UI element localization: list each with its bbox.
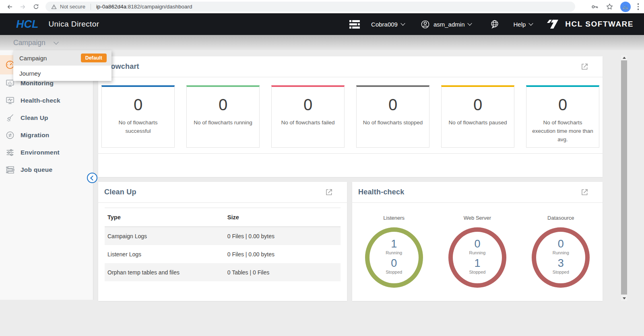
sidebar-item-label: Job queue: [21, 166, 52, 173]
product-toolbar: Campaign: [0, 35, 644, 50]
bookmark-star-icon[interactable]: [606, 3, 613, 10]
healthcheck-panel: Health-check Listeners 1 Running 0 Stopp…: [352, 182, 603, 301]
open-healthcheck-icon[interactable]: [580, 188, 589, 196]
sidebar: Monitoring Health-check Clean Up Migrati…: [0, 50, 93, 300]
running-count: 0: [558, 238, 564, 249]
monitor-pulse-icon: [5, 95, 15, 106]
cleanup-panel: Clean Up Type Size Campaign Logs 0 Files…: [98, 182, 347, 301]
sidebar-item-label: Health-check: [21, 97, 60, 104]
stopped-count: 3: [558, 258, 564, 269]
sidebar-item-job-queue[interactable]: Job queue: [0, 161, 93, 178]
hcl-software-text: HCL SOFTWARE: [565, 20, 634, 29]
column-size: Size: [227, 214, 341, 221]
language-globe-icon[interactable]: [490, 19, 500, 29]
flowchart-panel: Flowchart 0 No of flowcharts successful …: [98, 56, 603, 177]
cleanup-panel-title: Clean Up: [104, 188, 136, 196]
scroll-down-icon[interactable]: [621, 296, 627, 301]
sidebar-item-label: Environment: [21, 149, 60, 156]
password-key-icon[interactable]: [591, 3, 599, 11]
apps-switcher-icon[interactable]: [349, 20, 360, 29]
sidebar-item-clean-up[interactable]: Clean Up: [0, 109, 93, 126]
help-menu[interactable]: Help: [513, 21, 533, 28]
product-selector[interactable]: Campaign: [13, 39, 58, 47]
product-dropdown-menu: Campaign Default Journey: [13, 50, 111, 81]
sidebar-item-environment[interactable]: Environment: [0, 144, 93, 161]
queue-icon: [5, 165, 15, 175]
hcl-logo: HCL: [16, 18, 39, 31]
running-label: Running: [553, 250, 569, 255]
chevron-down-icon: [54, 39, 59, 45]
sidebar-item-health-check[interactable]: Health-check: [0, 92, 93, 109]
gauge-datasource: Datasource 0 Running 3 Stopped: [519, 203, 603, 288]
stat-value: 0: [272, 97, 344, 113]
running-count: 1: [391, 238, 397, 249]
user-menu[interactable]: asm_admin: [421, 20, 472, 29]
menu-item-label: Campaign: [19, 55, 47, 62]
gauge-listeners: Listeners 1 Running 0 Stopped: [352, 203, 436, 288]
stat-label: No of flowcharts paused: [442, 118, 514, 127]
app-title: Unica Director: [49, 20, 99, 29]
browser-chrome: Not secure ip-0a862d4a:8182/campaign/das…: [0, 0, 644, 13]
row-size: 0 Files | 0.00 bytes: [227, 251, 341, 258]
browser-menu-icon[interactable]: [638, 3, 639, 10]
address-bar[interactable]: Not secure ip-0a862d4a:8182/campaign/das…: [45, 2, 575, 12]
table-row: Campaign Logs 0 Files | 0.00 bytes: [105, 227, 341, 245]
stat-value: 0: [357, 97, 429, 113]
stat-value: 0: [442, 97, 514, 113]
column-type: Type: [105, 214, 227, 221]
cleanup-table-header: Type Size: [105, 208, 341, 227]
sidebar-item-migration[interactable]: Migration: [0, 126, 93, 144]
browser-profile-avatar[interactable]: 🚲: [620, 2, 631, 12]
browser-reload-button[interactable]: [33, 3, 39, 10]
menu-item-journey[interactable]: Journey: [13, 66, 111, 81]
cleanup-table: Type Size Campaign Logs 0 Files | 0.00 b…: [105, 208, 341, 281]
running-count: 0: [474, 238, 480, 249]
stat-card-paused: 0 No of flowcharts paused: [441, 85, 514, 148]
stat-value: 0: [102, 97, 174, 113]
open-cleanup-icon[interactable]: [325, 188, 333, 196]
row-type: Orphan temp tables and files: [105, 269, 227, 276]
running-label: Running: [386, 250, 402, 255]
scrollbar-thumb[interactable]: [621, 60, 627, 295]
stat-card-exec-time: 0 No of flowcharts execution time more t…: [526, 85, 599, 148]
stopped-label: Stopped: [469, 270, 485, 274]
flowchart-panel-divider: [98, 153, 603, 154]
url-path: :8182/campaign/dashboard: [126, 4, 192, 10]
chevron-left-icon: [90, 175, 95, 181]
running-label: Running: [469, 250, 485, 255]
stopped-count: 1: [474, 258, 480, 269]
menu-item-label: Journey: [19, 70, 41, 77]
menu-item-campaign[interactable]: Campaign Default: [13, 50, 111, 66]
gauge-circle: 0 Running 1 Stopped: [448, 227, 506, 288]
stat-value: 0: [187, 97, 259, 113]
scroll-up-icon[interactable]: [621, 55, 627, 60]
browser-back-button[interactable]: [6, 3, 13, 10]
gauge-name: Listeners: [352, 215, 436, 221]
table-row: Listener Logs 0 Files | 0.00 bytes: [105, 245, 341, 263]
help-label: Help: [513, 21, 526, 28]
stat-card-failed: 0 No of flowcharts failed: [271, 85, 345, 148]
default-badge: Default: [81, 54, 107, 62]
table-row: Orphan temp tables and files 0 Tables | …: [105, 263, 341, 281]
stat-value: 0: [526, 97, 599, 113]
stat-card-stopped: 0 No of flowcharts stopped: [356, 85, 429, 148]
chevron-down-icon: [468, 21, 472, 25]
partition-name: Cobra009: [371, 21, 398, 28]
partition-selector[interactable]: Cobra009: [371, 21, 405, 28]
user-icon: [421, 20, 430, 29]
row-type: Listener Logs: [105, 251, 227, 258]
not-secure-warning-icon: [51, 4, 57, 10]
url-host: ip-0a862d4a: [96, 4, 126, 10]
sliders-icon: [5, 147, 15, 158]
browser-forward-button[interactable]: [19, 3, 27, 10]
stopped-count: 0: [391, 258, 397, 269]
row-size: 0 Tables | 0 Files: [227, 269, 341, 276]
stat-label: No of flowcharts stopped: [357, 118, 429, 127]
stat-label: No of flowcharts successful: [102, 118, 174, 135]
broom-icon: [5, 113, 15, 123]
omnibox-divider: [91, 4, 91, 10]
open-flowchart-icon[interactable]: [580, 62, 589, 71]
content-scrollbar[interactable]: [621, 55, 627, 301]
chevron-down-icon: [529, 21, 533, 25]
sidebar-collapse-button[interactable]: [87, 173, 97, 183]
